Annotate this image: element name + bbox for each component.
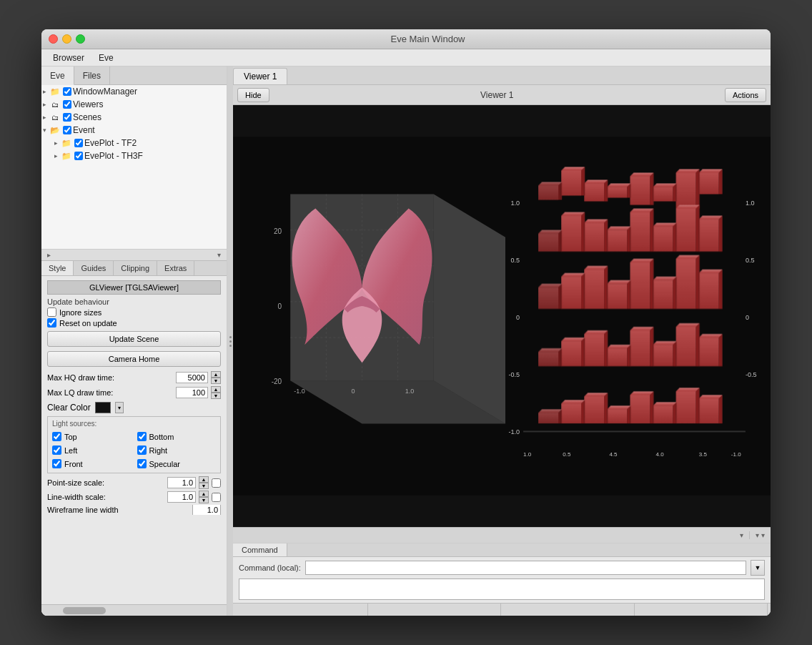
hide-button[interactable]: Hide <box>237 88 269 102</box>
light-top-checkbox[interactable] <box>52 432 61 441</box>
command-input[interactable] <box>305 561 746 575</box>
menu-browser[interactable]: Browser <box>47 51 90 64</box>
max-hq-input[interactable] <box>176 372 208 383</box>
checkbox-window-manager[interactable] <box>63 87 71 96</box>
svg-marker-66 <box>630 209 653 212</box>
viewer-3d[interactable]: 20 0 -20 -1.0 0 1.0 <box>233 105 771 527</box>
reset-on-update-checkbox[interactable] <box>47 318 56 328</box>
clear-color-dropdown[interactable]: ▾ <box>115 402 124 413</box>
svg-marker-102 <box>538 284 562 287</box>
maximize-button[interactable] <box>76 34 85 44</box>
viewer-scroll-right[interactable]: ▾ ▾ <box>749 531 771 539</box>
svg-marker-135 <box>653 402 677 405</box>
menu-eve[interactable]: Eve <box>93 51 119 64</box>
point-size-up[interactable]: ▲ <box>199 476 209 483</box>
point-size-input[interactable] <box>167 477 196 488</box>
tree-item-scenes[interactable]: ▸ 🗂 Scenes <box>41 111 227 124</box>
viewer-header-title: Viewer 1 <box>269 90 725 100</box>
tree-item-viewers[interactable]: ▸ 🗂 Viewers <box>41 98 227 111</box>
max-lq-down[interactable]: ▼ <box>211 393 221 399</box>
viewer-header: Hide Viewer 1 Actions <box>233 85 771 105</box>
tree-expand-event[interactable]: ▾ <box>43 127 50 134</box>
svg-marker-100 <box>581 273 585 309</box>
clear-color-label: Clear Color <box>47 403 91 413</box>
tree-label-window-manager: WindowManager <box>73 87 137 97</box>
ctrl-tab-clipping[interactable]: Clipping <box>114 261 157 275</box>
max-lq-input[interactable] <box>176 387 208 398</box>
folder-icon-eveplot-th3f <box>61 151 71 161</box>
svg-marker-52 <box>581 167 585 195</box>
svg-marker-76 <box>581 212 585 252</box>
ignore-sizes-checkbox[interactable] <box>47 307 56 317</box>
tree-item-eveplot-tf2[interactable]: ▸ EvePlot - TF2 <box>53 137 227 149</box>
tree-expand-window-manager[interactable]: ▸ <box>43 88 50 95</box>
tree-expand-viewers[interactable]: ▸ <box>43 101 50 108</box>
point-size-down[interactable]: ▼ <box>199 483 209 489</box>
titlebar: Eve Main Window <box>41 29 771 49</box>
tree-expand-eveplot-th3f[interactable]: ▸ <box>54 152 61 159</box>
svg-marker-81 <box>699 270 723 273</box>
checkbox-eveplot-th3f[interactable] <box>74 152 83 160</box>
max-hq-down[interactable]: ▼ <box>211 378 221 384</box>
tree-expand-eveplot-tf2[interactable]: ▸ <box>54 139 61 147</box>
tree-scroll-right-icon[interactable]: ▾ <box>217 251 221 259</box>
svg-marker-118 <box>627 345 630 366</box>
command-dropdown-button[interactable]: ▼ <box>751 560 765 576</box>
update-scene-button[interactable]: Update Scene <box>47 331 221 347</box>
tree-item-eveplot-th3f[interactable]: ▸ EvePlot - TH3F <box>53 149 227 162</box>
tree-expand-scenes[interactable]: ▸ <box>43 114 50 121</box>
tree-item-event[interactable]: ▾ Event <box>41 124 227 137</box>
svg-marker-99 <box>561 273 585 277</box>
line-width-down[interactable]: ▼ <box>199 497 209 503</box>
svg-rect-83 <box>676 259 696 309</box>
light-right-checkbox[interactable] <box>137 445 147 455</box>
checkbox-event[interactable] <box>63 126 71 134</box>
svg-rect-56 <box>699 220 719 252</box>
ctrl-tab-style[interactable]: Style <box>41 261 74 275</box>
command-tab-bar: Command <box>233 543 771 557</box>
checkbox-viewers[interactable] <box>63 100 71 109</box>
tree-item-window-manager[interactable]: ▸ WindowManager <box>41 85 227 98</box>
checkbox-scenes[interactable] <box>63 113 71 122</box>
ctrl-tab-extras[interactable]: Extras <box>157 261 194 275</box>
clear-color-swatch[interactable] <box>95 402 111 413</box>
light-left-checkbox[interactable] <box>52 445 61 455</box>
wireframe-row: Wireframe line width <box>47 505 221 515</box>
scrollbar-thumb[interactable] <box>63 607 106 614</box>
svg-rect-110 <box>653 345 673 366</box>
ctrl-tab-guides[interactable]: Guides <box>74 261 114 275</box>
line-width-up[interactable]: ▲ <box>199 491 209 497</box>
close-button[interactable] <box>49 34 58 44</box>
tab-eve[interactable]: Eve <box>41 67 74 85</box>
line-width-input[interactable] <box>167 491 196 503</box>
camera-home-button[interactable]: Camera Home <box>47 351 221 367</box>
svg-marker-139 <box>650 391 654 423</box>
svg-text:1.0: 1.0 <box>523 451 532 458</box>
tree-label-eveplot-tf2: EvePlot - TF2 <box>84 138 137 148</box>
tab-files[interactable]: Files <box>74 67 110 84</box>
actions-button[interactable]: Actions <box>725 88 766 102</box>
horizontal-scrollbar[interactable] <box>41 604 227 616</box>
svg-marker-82 <box>719 270 723 309</box>
resize-handle[interactable] <box>227 67 233 616</box>
viewer-scroll-down[interactable]: ▾ <box>734 531 749 539</box>
light-front-checkbox[interactable] <box>52 459 61 468</box>
light-bottom-checkbox[interactable] <box>137 432 147 441</box>
command-tab[interactable]: Command <box>233 543 287 556</box>
svg-text:0.5: 0.5 <box>511 257 520 264</box>
command-output-area[interactable] <box>239 578 765 600</box>
wireframe-input[interactable] <box>192 505 221 515</box>
light-specular-checkbox[interactable] <box>137 459 147 468</box>
viewer-tab-1[interactable]: Viewer 1 <box>233 68 287 84</box>
max-hq-up[interactable]: ▲ <box>211 371 221 378</box>
point-size-lock[interactable] <box>212 478 221 488</box>
svg-marker-73 <box>604 220 608 252</box>
tree-scroll-left-icon[interactable]: ▸ <box>47 251 51 259</box>
max-lq-up[interactable]: ▲ <box>211 386 221 393</box>
svg-marker-121 <box>604 330 608 366</box>
checkbox-eveplot-tf2[interactable] <box>74 139 83 147</box>
line-width-lock[interactable] <box>212 493 221 502</box>
minimize-button[interactable] <box>62 34 71 44</box>
svg-rect-146 <box>561 403 581 423</box>
svg-marker-34 <box>719 169 723 194</box>
